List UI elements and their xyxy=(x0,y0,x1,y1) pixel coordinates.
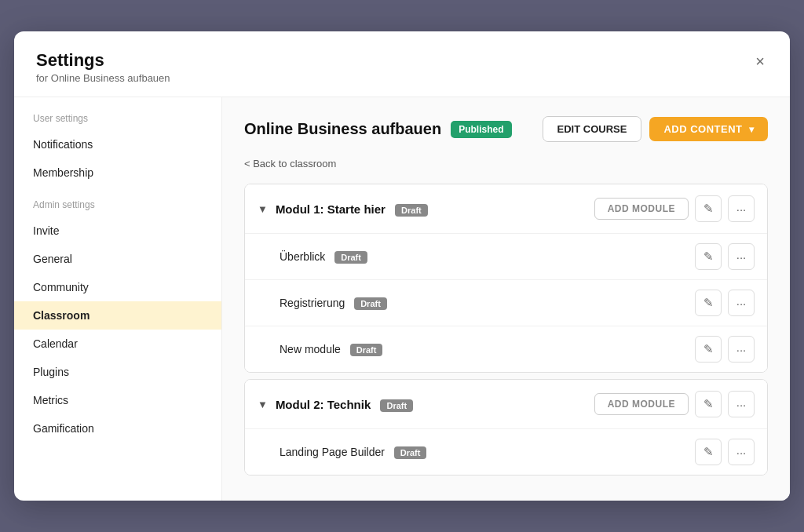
modal-header: Settings for Online Business aufbauen × xyxy=(14,31,790,97)
lesson-new-module-actions: ✎ ··· xyxy=(695,336,755,363)
more-icon: ··· xyxy=(736,343,747,356)
modal-title: Settings xyxy=(36,50,170,71)
module-1-edit-button[interactable]: ✎ xyxy=(695,195,722,222)
lesson-registrierung: Registrierung Draft ✎ ··· xyxy=(245,279,767,326)
lesson-landing-page-builder-title: Landing Page Builder Draft xyxy=(280,446,687,458)
edit-icon: ✎ xyxy=(704,397,714,411)
module-2-more-button[interactable]: ··· xyxy=(728,391,755,417)
back-to-classroom-link[interactable]: < Back to classroom xyxy=(244,158,336,169)
edit-icon: ✎ xyxy=(704,296,714,310)
edit-icon: ✎ xyxy=(704,445,714,459)
add-module-1-button[interactable]: ADD MODULE xyxy=(594,198,689,220)
lesson-new-module-draft-badge: Draft xyxy=(350,344,383,356)
lesson-landing-page-builder: Landing Page Builder Draft ✎ ··· xyxy=(245,428,767,475)
lesson-landing-page-builder-draft-badge: Draft xyxy=(394,446,427,459)
sidebar-item-gamification[interactable]: Gamification xyxy=(14,414,221,443)
published-badge: Published xyxy=(451,121,511,138)
more-icon: ··· xyxy=(736,446,747,459)
module-2-actions: ADD MODULE ✎ ··· xyxy=(594,391,755,417)
lesson-registrierung-title: Registrierung Draft xyxy=(280,297,687,309)
module-2-chevron-icon[interactable]: ▼ xyxy=(258,399,268,410)
module-2-edit-button[interactable]: ✎ xyxy=(695,391,722,417)
lesson-ueberblick: Überblick Draft ✎ ··· xyxy=(245,233,767,279)
module-2-section: ▼ Modul 2: Technik Draft ADD MODULE ✎ ··… xyxy=(244,379,768,476)
more-icon: ··· xyxy=(736,297,747,310)
admin-settings-label: Admin settings xyxy=(14,199,221,217)
module-1-section: ▼ Modul 1: Starte hier Draft ADD MODULE … xyxy=(244,184,768,373)
module-1-chevron-icon[interactable]: ▼ xyxy=(258,203,268,215)
sidebar-item-metrics[interactable]: Metrics xyxy=(14,386,221,414)
sidebar-item-community[interactable]: Community xyxy=(14,273,221,301)
sidebar-item-classroom[interactable]: Classroom xyxy=(14,301,221,330)
more-icon: ··· xyxy=(736,398,747,411)
sidebar-item-invite[interactable]: Invite xyxy=(14,217,221,245)
lesson-registrierung-actions: ✎ ··· xyxy=(695,290,755,316)
lesson-new-module: New module Draft ✎ ··· xyxy=(245,326,767,372)
user-settings-label: User settings xyxy=(14,113,221,130)
module-2-header: ▼ Modul 2: Technik Draft ADD MODULE ✎ ··… xyxy=(245,380,767,428)
lesson-landing-page-builder-edit-button[interactable]: ✎ xyxy=(695,439,722,465)
sidebar-item-membership[interactable]: Membership xyxy=(14,159,221,187)
modal-overlay: Settings for Online Business aufbauen × … xyxy=(0,0,804,532)
add-module-2-button[interactable]: ADD MODULE xyxy=(594,393,689,415)
module-2-draft-badge: Draft xyxy=(380,399,413,412)
close-button[interactable]: × xyxy=(752,50,768,72)
main-content: Online Business aufbauen Published EDIT … xyxy=(222,97,790,501)
lesson-new-module-edit-button[interactable]: ✎ xyxy=(695,336,722,363)
sidebar-item-notifications[interactable]: Notifications xyxy=(14,130,221,159)
lesson-registrierung-draft-badge: Draft xyxy=(354,297,387,310)
lesson-landing-page-builder-more-button[interactable]: ··· xyxy=(728,439,755,465)
modal-body: User settings Notifications Membership A… xyxy=(14,97,790,501)
lesson-ueberblick-draft-badge: Draft xyxy=(334,251,367,264)
header-actions: EDIT COURSE ADD CONTENT ▾ xyxy=(543,116,768,142)
edit-icon: ✎ xyxy=(704,342,714,356)
lesson-new-module-title: New module Draft xyxy=(280,343,687,355)
lesson-ueberblick-more-button[interactable]: ··· xyxy=(728,243,755,270)
lesson-ueberblick-actions: ✎ ··· xyxy=(695,243,755,270)
lesson-ueberblick-edit-button[interactable]: ✎ xyxy=(695,243,722,270)
edit-icon: ✎ xyxy=(704,202,714,216)
add-content-button[interactable]: ADD CONTENT ▾ xyxy=(649,117,768,141)
more-icon: ··· xyxy=(736,202,747,216)
module-1-header: ▼ Modul 1: Starte hier Draft ADD MODULE … xyxy=(245,184,767,233)
lesson-registrierung-more-button[interactable]: ··· xyxy=(728,290,755,316)
sidebar-item-general[interactable]: General xyxy=(14,245,221,273)
add-content-chevron-icon: ▾ xyxy=(749,124,755,135)
lesson-ueberblick-title: Überblick Draft xyxy=(280,250,687,263)
module-1-title: Modul 1: Starte hier Draft xyxy=(276,202,587,216)
module-1-actions: ADD MODULE ✎ ··· xyxy=(594,195,755,222)
course-title: Online Business aufbauen xyxy=(244,120,441,138)
more-icon: ··· xyxy=(736,250,747,264)
lesson-new-module-more-button[interactable]: ··· xyxy=(728,336,755,363)
module-2-title: Modul 2: Technik Draft xyxy=(276,398,587,411)
module-1-more-button[interactable]: ··· xyxy=(728,195,755,222)
lesson-landing-page-builder-actions: ✎ ··· xyxy=(695,439,755,465)
modal-title-block: Settings for Online Business aufbauen xyxy=(36,50,170,84)
lesson-registrierung-edit-button[interactable]: ✎ xyxy=(695,290,722,316)
edit-course-button[interactable]: EDIT COURSE xyxy=(543,116,642,142)
module-1-draft-badge: Draft xyxy=(395,204,428,217)
sidebar-item-calendar[interactable]: Calendar xyxy=(14,330,221,358)
course-header-row: Online Business aufbauen Published EDIT … xyxy=(244,116,768,142)
edit-icon: ✎ xyxy=(704,250,714,264)
modal-subtitle: for Online Business aufbauen xyxy=(36,72,170,84)
settings-modal: Settings for Online Business aufbauen × … xyxy=(14,31,790,501)
sidebar: User settings Notifications Membership A… xyxy=(14,97,222,501)
sidebar-item-plugins[interactable]: Plugins xyxy=(14,358,221,386)
